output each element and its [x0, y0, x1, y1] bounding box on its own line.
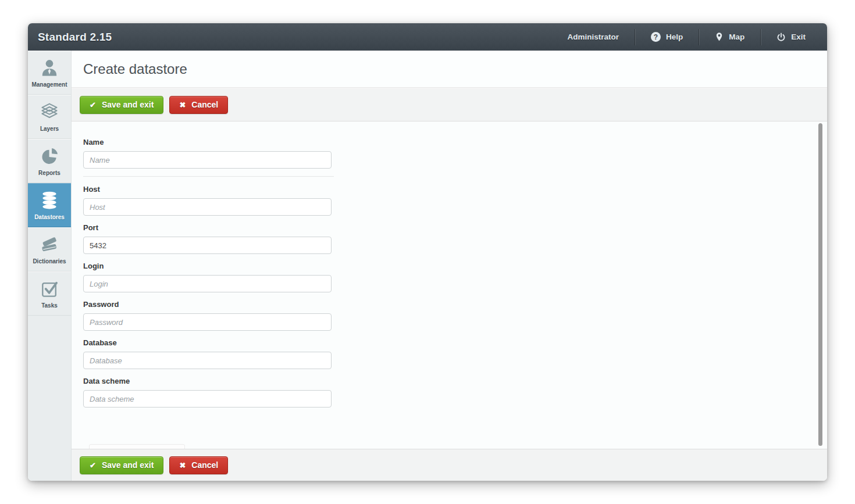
database-label: Database	[83, 338, 815, 347]
power-icon	[776, 33, 786, 42]
form-field-data-scheme: Data scheme	[83, 377, 815, 408]
data-scheme-label: Data scheme	[83, 377, 815, 385]
main-area: Create datastore ✔ Save and exit ✖ Cance…	[72, 51, 827, 481]
database-icon	[39, 190, 60, 211]
check-icon: ✔	[90, 461, 96, 470]
app-title: Standard 2.15	[38, 31, 112, 44]
x-icon: ✖	[179, 101, 186, 109]
map-pin-icon	[715, 32, 724, 42]
password-label: Password	[83, 300, 815, 309]
help-button[interactable]: ? Help	[635, 23, 699, 51]
save-and-exit-button[interactable]: ✔ Save and exit	[80, 96, 163, 114]
host-label: Host	[83, 185, 815, 194]
sidebar-item-label: Datastores	[34, 214, 65, 220]
save-button-label: Save and exit	[102, 100, 154, 109]
sidebar: Management Layers	[28, 51, 72, 481]
form-field-database: Database	[83, 338, 815, 369]
person-icon	[39, 58, 60, 78]
clipped-next-element	[89, 444, 185, 449]
login-label: Login	[83, 262, 815, 270]
form-field-name: Name	[83, 138, 815, 169]
sidebar-item-label: Management	[31, 81, 67, 88]
sidebar-item-tasks[interactable]: Tasks	[28, 271, 71, 316]
sidebar-item-label: Dictionaries	[33, 258, 66, 264]
sidebar-item-label: Reports	[38, 170, 60, 176]
form-field-host: Host	[83, 185, 815, 216]
port-input[interactable]	[83, 237, 332, 254]
sidebar-item-dictionaries[interactable]: Dictionaries	[28, 227, 71, 271]
app-window: Standard 2.15 Administrator ? Help Map	[28, 23, 827, 481]
x-icon: ✖	[179, 461, 186, 470]
exit-button[interactable]: Exit	[761, 23, 821, 51]
app-header: Standard 2.15 Administrator ? Help Map	[28, 23, 827, 51]
form-field-login: Login	[83, 262, 815, 292]
checkbox-icon	[39, 278, 60, 299]
sidebar-item-datastores[interactable]: Datastores	[28, 183, 71, 227]
books-icon	[39, 234, 60, 255]
scrollbar-thumb[interactable]	[818, 123, 822, 446]
bottom-toolbar: ✔ Save and exit ✖ Cancel	[72, 449, 827, 481]
exit-label: Exit	[791, 33, 806, 41]
form-field-port: Port	[83, 223, 815, 254]
sidebar-item-label: Layers	[40, 126, 59, 132]
cancel-button-label: Cancel	[191, 100, 218, 109]
pie-chart-icon	[39, 146, 60, 167]
form-divider	[83, 176, 334, 177]
port-label: Port	[83, 223, 815, 232]
name-input[interactable]	[83, 151, 332, 169]
cancel-button[interactable]: ✖ Cancel	[169, 96, 228, 114]
top-toolbar: ✔ Save and exit ✖ Cancel	[72, 88, 827, 121]
layers-icon	[39, 102, 60, 123]
user-menu[interactable]: Administrator	[551, 23, 635, 51]
save-button-label: Save and exit	[102, 460, 154, 470]
sidebar-item-management[interactable]: Management	[28, 51, 71, 95]
host-input[interactable]	[83, 198, 332, 216]
map-button[interactable]: Map	[699, 23, 760, 51]
map-label: Map	[729, 33, 744, 41]
cancel-button-label: Cancel	[191, 460, 218, 470]
help-glyph: ?	[654, 33, 658, 41]
sidebar-item-label: Tasks	[41, 302, 58, 309]
cancel-button-bottom[interactable]: ✖ Cancel	[169, 456, 228, 474]
form-field-password: Password	[83, 300, 815, 331]
sidebar-item-reports[interactable]: Reports	[28, 139, 71, 183]
help-label: Help	[666, 33, 683, 41]
form-scroll-area: Name Host Port Login Password	[72, 121, 827, 449]
page-title: Create datastore	[83, 61, 187, 77]
database-input[interactable]	[83, 352, 332, 369]
user-label: Administrator	[567, 33, 619, 41]
password-input[interactable]	[83, 313, 332, 331]
check-icon: ✔	[90, 101, 96, 109]
header-nav: Administrator ? Help Map	[551, 23, 827, 51]
page-header: Create datastore	[72, 51, 827, 88]
save-and-exit-button-bottom[interactable]: ✔ Save and exit	[80, 456, 163, 474]
data-scheme-input[interactable]	[83, 390, 332, 408]
sidebar-item-layers[interactable]: Layers	[28, 95, 71, 139]
help-icon: ?	[651, 32, 661, 42]
name-label: Name	[83, 138, 815, 146]
login-input[interactable]	[83, 275, 332, 292]
